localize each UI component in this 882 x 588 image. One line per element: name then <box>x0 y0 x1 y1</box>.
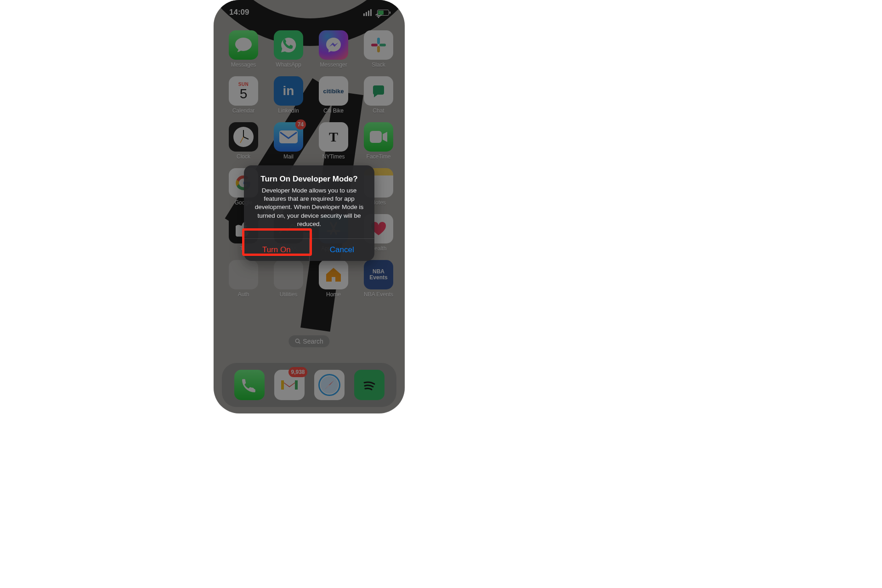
app-label: FaceTime <box>367 153 391 160</box>
folder-utilities[interactable]: Utilities <box>271 260 306 298</box>
app-label: NYTimes <box>322 153 345 160</box>
app-calendar[interactable]: SUN 5 Calendar <box>226 76 261 114</box>
search-label: Search <box>303 338 323 345</box>
app-chat[interactable]: Chat <box>361 76 396 114</box>
whatsapp-icon <box>274 30 303 60</box>
svg-rect-0 <box>377 38 380 44</box>
app-mail[interactable]: 74 Mail <box>271 122 306 160</box>
dock-app-gmail[interactable]: 9,938 <box>274 370 305 400</box>
turn-on-button[interactable]: Turn On <box>244 239 310 261</box>
app-whatsapp[interactable]: WhatsApp <box>271 30 306 68</box>
svg-rect-8 <box>279 130 298 143</box>
clock-icon <box>229 122 258 152</box>
cancel-button[interactable]: Cancel <box>310 239 375 261</box>
nytimes-icon: T <box>319 122 348 152</box>
app-messages[interactable]: Messages <box>226 30 261 68</box>
google-chat-icon <box>364 76 393 106</box>
folder-icon <box>229 260 258 289</box>
dock-app-phone[interactable] <box>234 370 265 400</box>
phone-icon <box>241 377 258 393</box>
dock-app-safari[interactable] <box>314 370 345 400</box>
notification-badge: 74 <box>295 119 306 130</box>
app-label: Citi Bike <box>323 107 344 114</box>
calendar-icon: SUN 5 <box>229 76 258 106</box>
home-icon <box>319 260 348 289</box>
app-messenger[interactable]: Messenger <box>316 30 351 68</box>
spotlight-search[interactable]: Search <box>288 335 329 347</box>
app-nba-events[interactable]: NBA Events NBA Events <box>361 260 396 298</box>
app-label: Calendar <box>232 107 255 114</box>
gmail-icon <box>279 378 300 392</box>
folder-icon <box>274 260 303 289</box>
app-label: Home <box>326 291 341 298</box>
facetime-icon <box>364 122 393 152</box>
svg-point-10 <box>295 339 299 343</box>
app-label: Messages <box>231 62 256 68</box>
messages-icon <box>229 30 258 60</box>
citibike-icon: citibike <box>319 76 348 106</box>
nba-events-icon: NBA Events <box>364 260 393 289</box>
app-label: Utilities <box>280 291 298 298</box>
app-label: WhatsApp <box>276 62 301 68</box>
battery-icon <box>377 10 389 16</box>
status-time: 14:09 <box>229 8 249 17</box>
app-label: Mail <box>283 153 294 160</box>
app-facetime[interactable]: FaceTime <box>361 122 396 160</box>
cellular-icon <box>363 9 372 16</box>
notification-badge: 9,938 <box>288 367 307 377</box>
app-label: NBA Events <box>364 291 393 298</box>
dock: 9,938 <box>222 363 396 407</box>
alert-title: Turn On Developer Mode? <box>252 175 366 184</box>
app-clock[interactable]: Clock <box>226 122 261 160</box>
alert-body: Developer Mode allows you to use feature… <box>252 187 366 228</box>
app-label: Clock <box>237 153 250 160</box>
calendar-day: 5 <box>240 87 248 101</box>
svg-rect-3 <box>371 44 378 46</box>
messenger-icon <box>319 30 348 60</box>
svg-rect-9 <box>370 131 382 143</box>
mail-icon: 74 <box>274 122 303 152</box>
developer-mode-alert: Turn On Developer Mode? Developer Mode a… <box>244 165 374 261</box>
app-slack[interactable]: Slack <box>361 30 396 68</box>
app-label: Chat <box>373 107 384 114</box>
app-citibike[interactable]: citibike Citi Bike <box>316 76 351 114</box>
svg-rect-1 <box>379 44 386 46</box>
iphone-home-screen: 14:09 Messages WhatsA <box>214 0 405 413</box>
app-label: LinkedIn <box>278 107 299 114</box>
app-home[interactable]: Home <box>316 260 351 298</box>
svg-line-11 <box>299 342 300 344</box>
app-nytimes[interactable]: T NYTimes <box>316 122 351 160</box>
spotify-icon <box>359 374 380 396</box>
linkedin-icon: in <box>274 76 303 106</box>
app-linkedin[interactable]: in LinkedIn <box>271 76 306 114</box>
app-label: Messenger <box>320 62 347 68</box>
search-icon <box>295 339 300 344</box>
status-bar: 14:09 <box>214 5 405 20</box>
slack-icon <box>364 30 393 60</box>
app-label: Slack <box>372 62 385 68</box>
folder-auth[interactable]: Auth <box>226 260 261 298</box>
safari-icon <box>317 373 342 397</box>
app-label: Auth <box>238 291 249 298</box>
dock-app-spotify[interactable] <box>354 370 384 400</box>
svg-rect-2 <box>377 46 380 52</box>
